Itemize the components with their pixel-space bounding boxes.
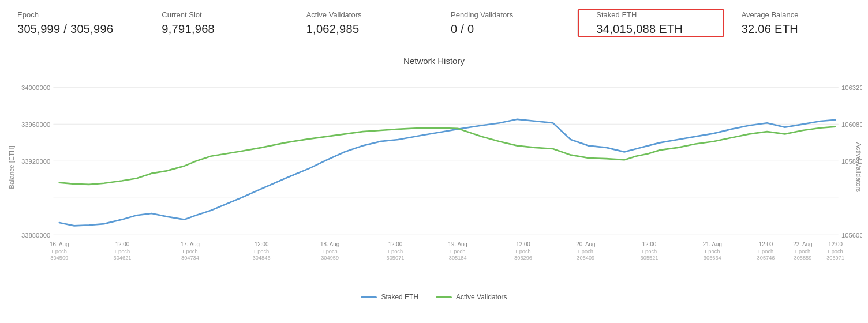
stat-item-current-slot: Current Slot 9,791,968 (144, 10, 289, 36)
stat-label-epoch: Epoch (17, 10, 126, 19)
svg-text:305521: 305521 (641, 254, 659, 260)
svg-text:33880000: 33880000 (21, 231, 50, 238)
svg-text:305971: 305971 (826, 254, 844, 260)
svg-text:304846: 304846 (253, 254, 271, 260)
svg-text:33920000: 33920000 (21, 157, 50, 164)
active-validators-line (59, 127, 836, 185)
svg-text:12:00: 12:00 (759, 241, 773, 247)
stat-label-active-validators: Active Validators (306, 10, 416, 19)
stat-value-average-balance: 32.06 ETH (742, 22, 851, 36)
svg-text:305184: 305184 (449, 254, 467, 260)
svg-text:16. Aug: 16. Aug (50, 241, 69, 247)
stat-value-pending-validators: 0 / 0 (451, 22, 560, 36)
stats-bar: Epoch 305,999 / 305,996 Current Slot 9,7… (0, 0, 868, 44)
svg-text:304734: 304734 (181, 254, 199, 260)
svg-text:21. Aug: 21. Aug (703, 241, 722, 247)
chart-container: 34000000 33960000 33920000 33880000 1063… (6, 75, 862, 288)
svg-text:20. Aug: 20. Aug (576, 241, 595, 247)
svg-text:305296: 305296 (514, 254, 532, 260)
staked-eth-legend-label: Staked ETH (381, 293, 418, 301)
svg-text:12:00: 12:00 (388, 241, 403, 247)
svg-text:Epoch: Epoch (182, 248, 197, 254)
svg-text:1056000: 1056000 (841, 231, 862, 238)
svg-text:17. Aug: 17. Aug (181, 241, 200, 247)
svg-text:Epoch: Epoch (578, 248, 593, 254)
svg-text:12:00: 12:00 (516, 241, 530, 247)
chart-svg: 34000000 33960000 33920000 33880000 1063… (6, 75, 862, 260)
chart-section: Network History 34000000 33960000 339200… (0, 44, 868, 307)
svg-text:1060800: 1060800 (841, 121, 862, 127)
svg-text:12:00: 12:00 (828, 241, 843, 247)
svg-text:Epoch: Epoch (758, 248, 773, 254)
stat-value-staked-eth: 34,015,088 ETH (596, 22, 705, 36)
svg-text:Epoch: Epoch (450, 248, 465, 254)
stat-item-average-balance: Average Balance 32.06 ETH (724, 10, 868, 36)
svg-text:Epoch: Epoch (254, 248, 269, 254)
svg-text:Epoch: Epoch (388, 248, 403, 254)
staked-eth-legend-line (361, 296, 377, 298)
svg-text:Epoch: Epoch (642, 248, 657, 254)
svg-text:Epoch: Epoch (115, 248, 130, 254)
svg-text:Epoch: Epoch (52, 248, 67, 254)
active-validators-legend-item: Active Validators (436, 293, 507, 301)
stat-item-active-validators: Active Validators 1,062,985 (289, 10, 433, 36)
svg-text:Epoch: Epoch (705, 248, 720, 254)
svg-text:304621: 304621 (114, 254, 132, 260)
stat-label-staked-eth: Staked ETH (596, 10, 705, 19)
active-validators-legend-label: Active Validators (456, 293, 507, 301)
svg-text:Epoch: Epoch (515, 248, 530, 254)
svg-text:18. Aug: 18. Aug (320, 241, 339, 247)
svg-text:305746: 305746 (757, 254, 775, 260)
chart-title: Network History (6, 56, 862, 66)
stat-label-average-balance: Average Balance (742, 10, 851, 19)
svg-text:Epoch: Epoch (323, 248, 338, 254)
stat-item-pending-validators: Pending Validators 0 / 0 (433, 10, 578, 36)
stat-label-pending-validators: Pending Validators (451, 10, 560, 19)
svg-text:305859: 305859 (794, 254, 811, 260)
svg-text:305071: 305071 (387, 254, 405, 260)
svg-text:22. Aug: 22. Aug (793, 241, 812, 247)
svg-text:305409: 305409 (577, 254, 594, 260)
svg-text:33960000: 33960000 (21, 121, 50, 127)
svg-text:Active Validators: Active Validators (855, 142, 862, 193)
svg-text:34000000: 34000000 (21, 84, 50, 91)
staked-eth-line (59, 119, 836, 226)
svg-text:1063200: 1063200 (841, 84, 862, 91)
stat-label-current-slot: Current Slot (162, 10, 271, 19)
active-validators-legend-line (436, 296, 452, 298)
svg-text:304509: 304509 (50, 254, 68, 260)
svg-text:19. Aug: 19. Aug (448, 241, 467, 247)
stat-value-active-validators: 1,062,985 (306, 22, 416, 36)
stat-value-epoch: 305,999 / 305,996 (17, 22, 126, 36)
chart-legend: Staked ETH Active Validators (6, 293, 862, 301)
svg-text:304959: 304959 (321, 254, 339, 260)
svg-text:12:00: 12:00 (255, 241, 269, 247)
svg-text:Epoch: Epoch (795, 248, 810, 254)
staked-eth-legend-item: Staked ETH (361, 293, 418, 301)
svg-text:Epoch: Epoch (828, 248, 843, 254)
stat-value-current-slot: 9,791,968 (162, 22, 271, 36)
svg-text:305634: 305634 (704, 254, 721, 260)
svg-text:12:00: 12:00 (115, 241, 130, 247)
stat-item-epoch: Epoch 305,999 / 305,996 (0, 10, 144, 36)
svg-text:Balance [ETH]: Balance [ETH] (9, 145, 16, 189)
stat-item-staked-eth: Staked ETH 34,015,088 ETH (578, 9, 724, 37)
svg-text:12:00: 12:00 (642, 241, 657, 247)
